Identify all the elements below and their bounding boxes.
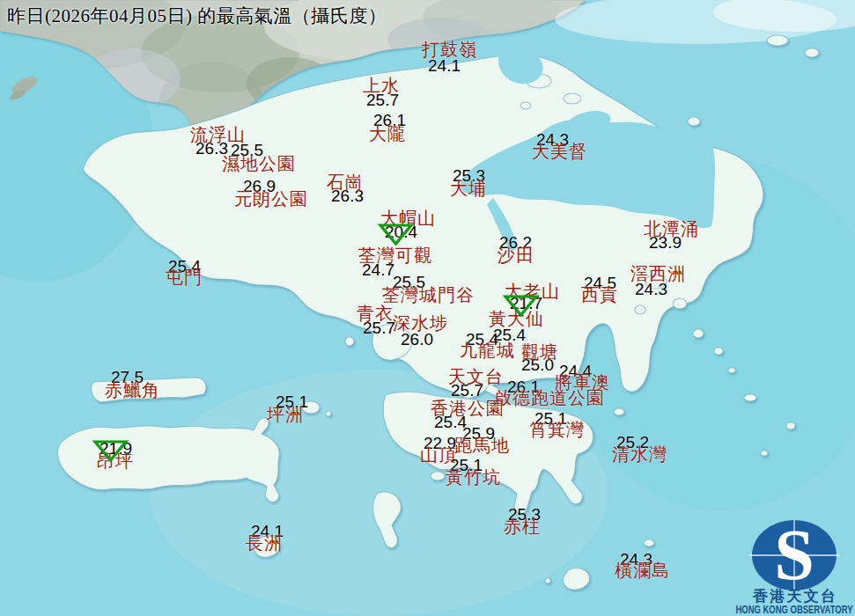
station-name: 赤鱲角 — [105, 381, 160, 399]
station-name: 昂坪 — [97, 452, 134, 470]
station-name: 元朗公園 — [234, 190, 308, 208]
station-name: 北潭涌 — [644, 220, 699, 238]
station-name: 荃灣可觀 — [358, 246, 432, 264]
logo-english-name: HONG KONG OBSERVATORY — [736, 604, 853, 616]
logo-chinese-name: 香港天文台 — [752, 588, 836, 605]
station-name: 屯門 — [166, 268, 203, 286]
station-name: 啟德跑道公園 — [494, 389, 605, 407]
station-name: 黃竹坑 — [446, 468, 501, 486]
station-name: 跑馬地 — [454, 436, 510, 454]
station-name: 大老山 — [505, 282, 560, 300]
page-title: 昨日(2026年04月05日) 的最高氣溫（攝氏度） — [7, 4, 387, 28]
station-name: 九龍城 — [460, 341, 515, 359]
station-name: 西貢 — [581, 286, 618, 304]
station-name: 深水埗 — [393, 314, 448, 332]
station-name: 觀塘 — [521, 343, 558, 361]
station-name: 打鼓嶺 — [422, 40, 477, 58]
station-name: 清水灣 — [612, 445, 667, 463]
station-name: 青衣 — [357, 304, 394, 322]
station-name: 香港公園 — [431, 400, 505, 417]
station-name: 大帽山 — [380, 209, 436, 227]
station-name: 荃灣城門谷 — [382, 286, 475, 304]
logo-s-glyph: S — [774, 515, 814, 595]
station-name: 坪洲 — [267, 406, 304, 423]
station-name: 橫瀾島 — [615, 561, 670, 579]
station-name: 濕地公園 — [222, 155, 296, 172]
station-temperature: 24.1 — [428, 57, 461, 74]
station-name: 大隴 — [369, 125, 406, 143]
station-name: 石崗 — [327, 173, 364, 191]
station-temperature: 26.0 — [401, 331, 433, 348]
station-name: 大埔 — [450, 180, 487, 197]
station-name: 黃大仙 — [489, 310, 544, 327]
station-name: 上水 — [363, 77, 400, 94]
station-name: 沙田 — [498, 246, 534, 264]
station-name: 天文台 — [448, 368, 504, 385]
station-name: 滘西洲 — [630, 265, 686, 282]
station-name: 赤柱 — [504, 517, 541, 535]
hko-logo: S 香港天文台 HONG KONG OBSERVATORY — [714, 493, 855, 616]
station-name: 筲箕灣 — [529, 421, 585, 438]
station-name: 大美督 — [532, 143, 587, 160]
station-name: 長洲 — [246, 534, 283, 552]
